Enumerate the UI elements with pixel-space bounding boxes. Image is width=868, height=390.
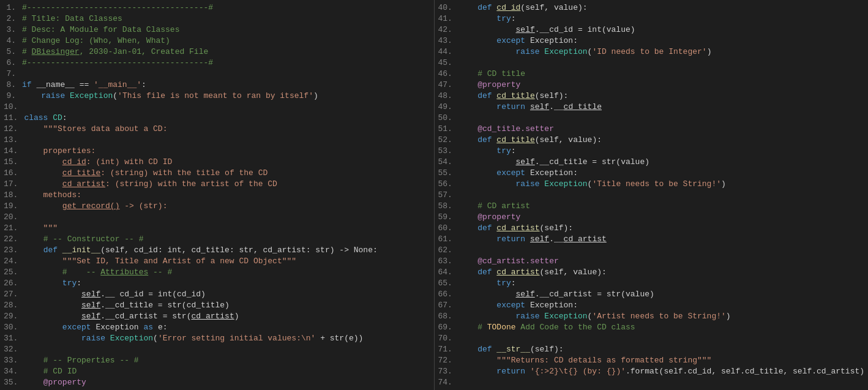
line-number: 4. [0,36,22,47]
line-content: raise Exception('Error setting initial v… [24,333,433,344]
code-line: 40. def cd_id(self, value): [435,2,869,13]
line-content [458,113,868,124]
line-number: 43. [435,36,458,47]
code-line: 10. [0,102,434,113]
line-number: 8. [0,80,22,91]
line-content: self.__cd_artist = str(value) [458,289,868,300]
line-number: 9. [0,91,22,102]
line-content [458,245,868,256]
code-line: 30. except Exception as e: [0,322,434,333]
code-line: 52. def cd_title(self, value): [435,135,869,146]
line-content: properties: [24,146,433,157]
code-line: 5.# DBiesinger, 2030-Jan-01, Created Fil… [0,47,434,58]
code-line: 22. # -- Constructor -- # [0,234,434,245]
line-number: 28. [0,300,24,311]
code-line: 45. [435,58,869,69]
line-content: except Exception: [458,168,868,179]
code-line: 41. try: [435,13,869,24]
code-line: 66. self.__cd_artist = str(value) [435,289,869,300]
line-content: """Set ID, Title and Artist of a new CD … [24,256,433,267]
code-line: 2.# Title: Data Classes [0,13,434,24]
line-content: try: [458,146,868,157]
line-number: 59. [435,212,458,223]
line-number: 26. [0,278,24,289]
line-content: raise Exception('This file is not meant … [22,91,434,102]
line-content: raise Exception('Artist needs to be Stri… [458,311,868,322]
left-code-pane[interactable]: 1.#-------------------------------------… [0,0,435,390]
line-number: 73. [435,366,458,377]
line-content: except Exception as e: [24,322,433,333]
code-line: 6.#-------------------------------------… [0,58,434,69]
line-content: # -- Constructor -- # [24,234,433,245]
code-line: 58. # CD artist [435,201,869,212]
line-number: 27. [0,289,24,300]
line-number: 51. [435,124,458,135]
code-line: 64. def cd_artist(self, value): [435,267,869,278]
code-line: 23. def __init__(self, cd_id: int, cd_ti… [0,245,434,256]
line-number: 67. [435,300,458,311]
line-number: 72. [435,355,458,366]
line-content: #--------------------------------------# [22,58,434,69]
line-content: # Desc: A Module for Data Classes [22,24,434,36]
code-line: 16. cd_title: (string) with the title of… [0,168,434,179]
right-code-pane[interactable]: 40. def cd_id(self, value):41. try:42. s… [435,0,869,390]
line-number: 60. [435,223,458,234]
code-line: 35. @property [0,377,434,388]
line-content: #--------------------------------------# [22,2,434,13]
line-number: 34. [0,366,24,377]
code-line: 49. return self.__cd_title [435,102,869,113]
line-content: self.__cd_title = str(value) [458,157,868,168]
code-line: 68. raise Exception('Artist needs to be … [435,311,869,322]
code-line: 65. try: [435,278,869,289]
line-content: def __init__(self, cd_id: int, cd_title:… [24,245,433,256]
code-line: 56. raise Exception('Title needs to be S… [435,179,869,190]
line-number: 21. [0,223,24,234]
line-content: self.__cd_title = str(cd_title) [24,300,433,311]
code-line: 20. [0,212,434,223]
line-content: @property [458,80,868,91]
code-line: 63. @cd_artist.setter [435,256,869,267]
line-content: raise Exception('ID needs to be Integer'… [458,47,868,58]
code-line: 17. cd_artist: (string) with the artist … [0,179,434,190]
line-content: except Exception: [458,36,868,47]
line-content: @property [24,377,433,388]
code-line: 71. def __str__(self): [435,344,869,355]
line-content: """Stores data about a CD: [24,124,433,135]
line-number: 44. [435,47,458,58]
line-content [458,333,868,344]
line-content: def cd_title(self, value): [458,135,868,146]
line-content: @property [458,212,868,223]
code-line: 44. raise Exception('ID needs to be Inte… [435,47,869,58]
code-line: 50. [435,113,869,124]
line-content: get_record() -> (str): [24,201,433,212]
line-content: cd_artist: (string) with the artist of t… [24,179,433,190]
code-line: 51. @cd_title.setter [435,124,869,135]
code-line: 32. [0,344,434,355]
line-number: 45. [435,58,458,69]
line-content: # Title: Data Classes [22,13,434,24]
line-number: 7. [0,69,22,80]
line-number: 29. [0,311,24,322]
code-line: 33. # -- Properties -- # [0,355,434,366]
line-content: @cd_artist.setter [458,256,868,267]
code-line: 62. [435,245,869,256]
line-number: 68. [435,311,458,322]
code-line: 18. methods: [0,190,434,201]
line-number: 31. [0,333,24,344]
code-line: 47. @property [435,80,869,91]
code-line: 9. raise Exception('This file is not mea… [0,91,434,102]
line-content: # CD artist [458,201,868,212]
code-line: 14. properties: [0,146,434,157]
code-line: 19. get_record() -> (str): [0,201,434,212]
line-content: self.__cd_id = int(value) [458,24,868,36]
line-number: 54. [435,157,458,168]
line-content: def cd_id(self, value): [458,2,868,13]
line-number: 1. [0,2,22,13]
line-content: def cd_title(self): [458,91,868,102]
line-content: """Returns: CD details as formatted stri… [458,355,868,366]
code-line: 67. except Exception: [435,300,869,311]
line-number: 70. [435,333,458,344]
line-content: # TODone Add Code to the CD class [458,322,868,333]
line-number: 12. [0,124,24,135]
line-number: 22. [0,234,24,245]
